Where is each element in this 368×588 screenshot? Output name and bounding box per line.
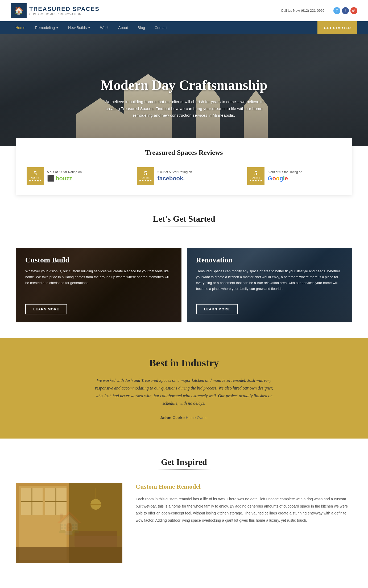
inspired-text: Custom Home Remodel Each room in this cu…: [136, 483, 352, 524]
google-stars: ★★★★★: [249, 179, 263, 182]
service-cards: Custom Build Whatever your vision is, ou…: [0, 248, 368, 338]
hero-content: Modern Day Craftsmanship We believe in b…: [79, 77, 289, 119]
nav-items: Home Remodeling ▼ New Builds ▼ Work Abou…: [11, 21, 317, 34]
review-item-houzz: 5 Out of 5 ★★★★★ 5 out of 5 Star Rating …: [27, 167, 121, 185]
facebook-text-area: 5 out of 5 Star Rating on facebook.: [158, 170, 192, 182]
fb-score: 5: [144, 170, 147, 176]
hero-description: We believe in building homes that our cl…: [104, 98, 264, 119]
service-card-renovation[interactable]: Renovation Treasured Spaces can modify a…: [187, 248, 352, 322]
houzz-icon: ⬛: [47, 175, 54, 182]
review-item-facebook: 5 Out of 5 ★★★★★ 5 out of 5 Star Rating …: [137, 167, 231, 185]
google-text-area: 5 out of 5 Star Rating on Google: [268, 170, 302, 182]
houzz-logo[interactable]: ⬛ houzz: [47, 175, 82, 182]
google-score: 5: [254, 170, 258, 176]
custom-build-title: Custom Build: [25, 256, 172, 264]
reviews-title: Treasured Spaces Reviews: [27, 149, 341, 157]
custom-build-desc: Whatever your vision is, our custom buil…: [25, 268, 172, 299]
top-bar: TREASURED SPACES CUSTOM HOMES / RENOVATI…: [0, 0, 368, 21]
nav-item-blog[interactable]: Blog: [133, 21, 150, 34]
nav-item-work[interactable]: Work: [95, 21, 113, 34]
dropdown-arrow: ▼: [88, 26, 90, 29]
social-icons: T f g+: [333, 7, 357, 14]
best-title: Best in Industry: [32, 357, 336, 369]
divider-line: |: [329, 8, 329, 13]
custom-build-learn-more-button[interactable]: LEARN MORE: [25, 304, 67, 314]
logo-area[interactable]: TREASURED SPACES CUSTOM HOMES / RENOVATI…: [11, 3, 100, 18]
svg-rect-14: [16, 547, 122, 563]
houzz-text-area: 5 out of 5 Star Rating on ⬛ houzz: [47, 170, 82, 182]
renovation-desc: Treasured Spaces can modify any space or…: [196, 268, 343, 299]
phone-display: Call Us Now (612) 221-0965: [281, 9, 325, 13]
nav-item-about[interactable]: About: [113, 21, 133, 34]
inspired-divider: [158, 469, 211, 470]
lets-started-section: Let's Get Started: [0, 195, 368, 248]
review-badge-facebook: 5 Out of 5 ★★★★★: [137, 167, 154, 185]
renovation-learn-more-button[interactable]: LEARN MORE: [196, 304, 238, 314]
logo-text: TREASURED SPACES CUSTOM HOMES / RENOVATI…: [29, 6, 100, 16]
houzz-label: 5 out of 5 Star Rating on: [47, 170, 82, 174]
houzz-stars: ★★★★★: [29, 179, 42, 182]
service-card-custom-build[interactable]: Custom Build Whatever your vision is, ou…: [16, 248, 181, 322]
review-item-google: 5 Out of 5 ★★★★★ 5 out of 5 Star Rating …: [247, 167, 341, 185]
get-started-button[interactable]: GET STARTED: [317, 21, 357, 34]
main-nav: Home Remodeling ▼ New Builds ▼ Work Abou…: [0, 21, 368, 34]
brand-name: TREASURED SPACES: [29, 6, 100, 13]
section-divider: [158, 226, 211, 226]
best-author: Adam Clarke Home Owner: [32, 415, 336, 420]
review-badge-houzz: 5 Out of 5 ★★★★★: [27, 167, 44, 185]
houzz-out: Out of 5: [31, 176, 39, 179]
inspired-article-title: Custom Home Remodel: [136, 483, 352, 490]
facebook-icon[interactable]: f: [342, 7, 349, 14]
reviews-section: Treasured Spaces Reviews 5 Out of 5 ★★★★…: [16, 138, 352, 195]
fb-stars: ★★★★★: [139, 179, 152, 182]
inspired-section: Get Inspired: [0, 439, 368, 574]
inspired-image-svg: [16, 483, 122, 563]
google-out: Out of 5: [252, 176, 260, 179]
review-badge-google: 5 Out of 5 ★★★★★: [247, 167, 264, 185]
lets-started-title: Let's Get Started: [11, 214, 357, 224]
fb-out: Out of 5: [142, 176, 150, 179]
svg-rect-13: [69, 536, 122, 547]
twitter-icon[interactable]: T: [333, 7, 340, 14]
custom-build-content: Custom Build Whatever your vision is, ou…: [16, 248, 181, 322]
renovation-title: Renovation: [196, 256, 343, 264]
brand-tagline: CUSTOM HOMES / RENOVATIONS: [29, 13, 100, 16]
inspired-image: [16, 483, 122, 563]
google-label: 5 out of 5 Star Rating on: [268, 170, 302, 174]
author-role: Home Owner: [186, 416, 208, 420]
best-section: Best in Industry We worked with Josh and…: [0, 338, 368, 439]
dropdown-arrow: ▼: [56, 26, 59, 29]
top-right: Call Us Now (612) 221-0965 | T f g+: [281, 7, 357, 14]
hero-title: Modern Day Craftsmanship: [101, 77, 267, 93]
facebook-logo[interactable]: facebook.: [158, 175, 192, 182]
nav-item-contact[interactable]: Contact: [150, 21, 172, 34]
logo-icon: [11, 3, 27, 18]
google-logo[interactable]: Google: [268, 175, 302, 182]
houzz-score: 5: [34, 170, 37, 176]
author-name: Adam Clarke: [160, 415, 185, 420]
reviews-grid: 5 Out of 5 ★★★★★ 5 out of 5 Star Rating …: [27, 167, 341, 185]
review-divider-1: [129, 168, 129, 184]
reviews-divider: [158, 159, 211, 159]
hero-section: Modern Day Craftsmanship We believe in b…: [0, 34, 368, 146]
inspired-title: Get Inspired: [16, 457, 352, 467]
best-quote: We worked with Josh and Treasured Spaces…: [94, 377, 275, 407]
inspired-content: Custom Home Remodel Each room in this cu…: [16, 483, 352, 563]
review-divider-2: [239, 168, 239, 184]
nav-item-remodeling[interactable]: Remodeling ▼: [30, 21, 63, 34]
nav-item-home[interactable]: Home: [11, 21, 30, 34]
google-icon[interactable]: g+: [350, 7, 357, 14]
inspired-article-desc: Each room in this custom remodel has a l…: [136, 496, 352, 524]
nav-item-new-builds[interactable]: New Builds ▼: [63, 21, 95, 34]
renovation-content: Renovation Treasured Spaces can modify a…: [187, 248, 352, 322]
fb-label: 5 out of 5 Star Rating on: [158, 170, 192, 174]
